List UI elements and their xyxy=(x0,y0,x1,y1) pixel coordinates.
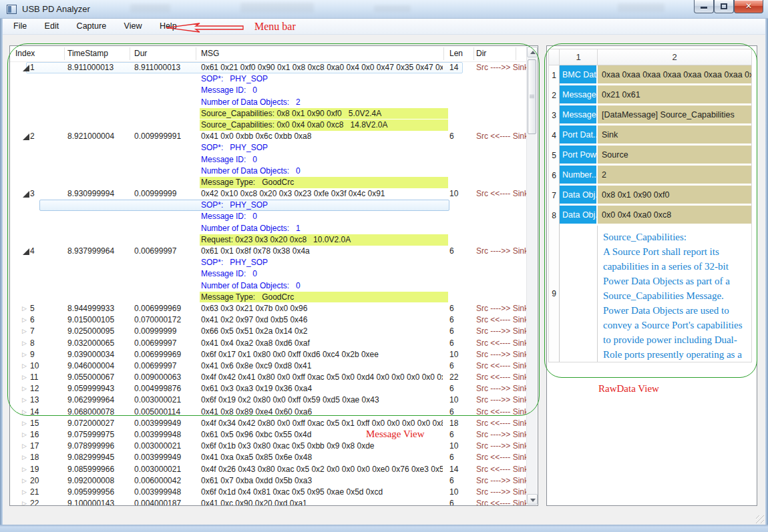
message-detail-row[interactable]: Request: 0x23 0x3 0x20 0xc8 10.0V2.0A xyxy=(10,234,526,246)
collapsed-triangle-icon[interactable]: ▷ xyxy=(22,314,30,326)
resize-grip[interactable] xyxy=(756,515,764,523)
message-detail-row[interactable]: Message Type: GoodCrc xyxy=(10,177,526,188)
property-row[interactable]: 2Message...0x21 0x61 xyxy=(549,85,751,105)
message-detail-row[interactable]: Number of Data Objects: 1 xyxy=(10,223,526,234)
collapsed-triangle-icon[interactable]: ▷ xyxy=(22,360,30,372)
column-header-index[interactable]: Index xyxy=(15,49,35,58)
collapsed-triangle-icon[interactable]: ▷ xyxy=(22,407,30,418)
property-row[interactable]: 5Port Pow...Source xyxy=(549,146,751,166)
menu-capture[interactable]: Capture xyxy=(69,19,114,31)
collapsed-triangle-icon[interactable]: ▷ xyxy=(22,349,30,360)
column-header-len[interactable]: Len xyxy=(449,49,463,58)
expanded-triangle-icon[interactable] xyxy=(22,188,30,200)
message-row[interactable]: ▷209.0920000080.0060000420x61 0x7 0xba 0… xyxy=(10,475,526,487)
collapsed-triangle-icon[interactable]: ▷ xyxy=(22,498,30,505)
property-row[interactable]: 8Data Obj...0x0 0x4 0xa0 0xc8 xyxy=(549,206,751,226)
column-header-dir[interactable]: Dir xyxy=(476,49,486,58)
message-detail-row[interactable]: Message ID: 0 xyxy=(10,211,526,222)
expanded-triangle-icon[interactable] xyxy=(22,62,30,73)
expanded-triangle-icon[interactable] xyxy=(22,131,30,142)
message-row[interactable]: 38.9309999940.009999990x42 0x10 0xc8 0x2… xyxy=(10,188,526,200)
expanded-triangle-icon[interactable] xyxy=(22,246,30,257)
scroll-up-arrow-icon[interactable] xyxy=(527,47,538,57)
collapsed-triangle-icon[interactable]: ▷ xyxy=(22,383,30,394)
collapsed-triangle-icon[interactable]: ▷ xyxy=(22,452,30,463)
message-row[interactable]: 48.9379999640.006999970x61 0x1 0x8f 0x78… xyxy=(10,246,526,257)
collapsed-triangle-icon[interactable]: ▷ xyxy=(22,372,30,383)
cell-msg: 0x41 0xc 0x90 0x20 0xd 0xa1 xyxy=(201,498,443,505)
minimize-button[interactable] xyxy=(694,0,714,13)
message-detail-row[interactable]: Source_Capabilities: 0x0 0x4 0xa0 0xc8 1… xyxy=(10,119,526,131)
scroll-thumb[interactable] xyxy=(528,59,536,134)
property-row[interactable]: 3Message...[DataMessage] Source_Capabili… xyxy=(549,105,751,125)
message-row[interactable]: ▷99.0390000340.0069999690x6f 0x17 0x1 0x… xyxy=(10,349,526,360)
message-detail-row[interactable]: Number of Data Objects: 2 xyxy=(10,97,526,108)
column-separator[interactable] xyxy=(443,47,444,60)
collapsed-triangle-icon[interactable]: ▷ xyxy=(22,394,30,406)
menu-view[interactable]: View xyxy=(117,19,150,31)
column-separator[interactable] xyxy=(516,47,516,60)
property-row[interactable]: 4Port Dat...Sink xyxy=(549,125,751,146)
message-detail-row[interactable]: SOP*: PHY_SOP xyxy=(10,257,526,268)
message-row[interactable]: ▷229.1000001430.0040001870x41 0xc 0x90 0… xyxy=(10,498,526,505)
message-detail-row[interactable]: SOP*: PHY_SOP xyxy=(10,142,526,154)
message-row[interactable]: ▷199.0859999660.0030000210x4f 0x26 0x43 … xyxy=(10,464,526,475)
menu-file[interactable]: File xyxy=(6,19,34,31)
message-row[interactable]: ▷159.0720000270.0039999490x4f 0x34 0x42 … xyxy=(10,418,526,429)
message-detail-row[interactable]: SOP*: PHY_SOP xyxy=(10,73,526,85)
message-detail-row[interactable]: Message ID: 0 xyxy=(10,154,526,166)
message-row[interactable]: 28.9210000040.0099999910x41 0x0 0xbb 0x6… xyxy=(10,131,526,142)
maximize-button[interactable] xyxy=(714,0,734,13)
message-detail-row[interactable]: Number of Data Objects: 0 xyxy=(10,280,526,292)
cell-len: 10 xyxy=(449,349,458,360)
message-row[interactable]: ▷189.0829999450.0039999490x41 0xa 0xa5 0… xyxy=(10,452,526,463)
column-separator[interactable] xyxy=(130,47,130,60)
column-separator[interactable] xyxy=(196,47,196,60)
message-row[interactable]: ▷89.0320000650.006999970x41 0x4 0xa2 0xa… xyxy=(10,338,526,349)
collapsed-triangle-icon[interactable]: ▷ xyxy=(22,475,30,487)
close-button[interactable]: ✕ xyxy=(734,0,763,13)
column-header-msg[interactable]: MSG xyxy=(201,49,219,58)
message-row[interactable]: ▷169.0759999750.0039999480x61 0x5 0x96 0… xyxy=(10,429,526,441)
message-row[interactable]: 18.9110000138.9110000130x61 0x21 0xf0 0x… xyxy=(10,62,526,73)
message-detail-row[interactable]: Message ID: 0 xyxy=(10,268,526,280)
property-row[interactable]: 1BMC Data0xaa 0xaa 0xaa 0xaa 0xaa 0xaa 0… xyxy=(549,65,751,85)
message-row[interactable]: ▷58.9449999330.0069999690x63 0x3 0x21 0x… xyxy=(10,303,526,314)
collapsed-triangle-icon[interactable]: ▷ xyxy=(22,487,30,498)
scroll-down-arrow-icon[interactable] xyxy=(527,494,538,505)
message-scrollbar[interactable] xyxy=(526,47,537,505)
property-row[interactable]: 7Data Obj...0x8 0x1 0x90 0xf0 xyxy=(549,186,751,206)
collapsed-triangle-icon[interactable]: ▷ xyxy=(22,429,30,441)
message-row[interactable]: ▷149.0680000780.0050001140x41 0x8 0x89 0… xyxy=(10,407,526,418)
message-detail-row[interactable]: SOP*: PHY_SOP xyxy=(10,200,526,211)
message-row[interactable]: ▷119.0550000670.0090000630x4f 0x42 0x41 … xyxy=(10,372,526,383)
collapsed-triangle-icon[interactable]: ▷ xyxy=(22,326,30,337)
property-row[interactable]: 9Source_Capabilities: A Source Port shal… xyxy=(549,226,751,362)
column-header-timestamp[interactable]: TimeStamp xyxy=(67,49,108,58)
column-header-dur[interactable]: Dur xyxy=(134,49,147,58)
grid-column-header-2[interactable]: 2 xyxy=(598,49,751,65)
message-detail-row[interactable]: Message Type: GoodCrc xyxy=(10,292,526,303)
message-detail-row[interactable]: Number of Data Objects: 0 xyxy=(10,166,526,177)
collapsed-triangle-icon[interactable]: ▷ xyxy=(22,338,30,349)
column-separator[interactable] xyxy=(473,47,474,60)
message-detail-row[interactable]: Message ID: 0 xyxy=(10,85,526,96)
collapsed-triangle-icon[interactable]: ▷ xyxy=(22,441,30,452)
property-row[interactable]: 6Number...2 xyxy=(549,166,751,186)
message-detail-row[interactable]: Source_Capabilities: 0x8 0x1 0x90 0xf0 5… xyxy=(10,108,526,119)
message-row[interactable]: ▷219.0959999560.0039999480x6f 0x1d 0x4 0… xyxy=(10,487,526,498)
menu-edit[interactable]: Edit xyxy=(37,19,67,31)
grid-column-header-1[interactable]: 1 xyxy=(560,49,598,65)
message-row[interactable]: ▷69.0150001050.0700001720x41 0x2 0x97 0x… xyxy=(10,314,526,326)
message-row[interactable]: ▷139.0629999640.0030000210x6f 0x19 0x2 0… xyxy=(10,394,526,406)
message-row[interactable]: ▷129.0599999430.0049998760x61 0x3 0xa3 0… xyxy=(10,383,526,394)
cell-msg: 0x6f 0x1b 0x3 0x80 0xac 0x5 0xbb 0x9 0x8… xyxy=(201,441,443,452)
column-separator[interactable] xyxy=(64,47,65,60)
collapsed-triangle-icon[interactable]: ▷ xyxy=(22,418,30,429)
cell-msg: 0x41 0x0 0xbb 0x6c 0xbb 0xa8 xyxy=(201,131,443,142)
message-row[interactable]: ▷79.0250000950.009999990x66 0x5 0x51 0x2… xyxy=(10,326,526,337)
message-row[interactable]: ▷179.0789999960.0030000210x6f 0x1b 0x3 0… xyxy=(10,441,526,452)
message-row[interactable]: ▷109.0460000040.006999970x41 0x6 0x8e 0x… xyxy=(10,360,526,372)
collapsed-triangle-icon[interactable]: ▷ xyxy=(22,303,30,314)
collapsed-triangle-icon[interactable]: ▷ xyxy=(22,464,30,475)
